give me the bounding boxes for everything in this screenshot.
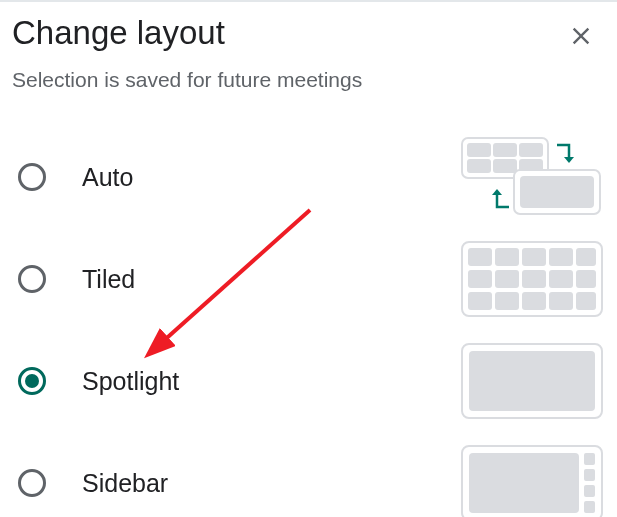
radio-sidebar[interactable] [18,469,46,497]
dialog-subtitle: Selection is saved for future meetings [12,68,605,92]
svg-rect-10 [468,248,492,266]
preview-spotlight-icon [461,343,603,419]
svg-rect-31 [584,485,595,497]
close-icon [567,22,595,50]
option-label: Sidebar [82,469,461,498]
svg-rect-20 [468,292,492,310]
svg-rect-28 [469,453,579,513]
dialog-title: Change layout [12,14,225,52]
preview-auto-icon [461,137,603,217]
radio-auto[interactable] [18,163,46,191]
radio-spotlight[interactable] [18,367,46,395]
preview-tiled-icon [461,241,603,317]
layout-options: Auto [12,126,605,517]
svg-rect-23 [549,292,573,310]
option-sidebar[interactable]: Sidebar [12,432,605,517]
svg-rect-24 [576,292,596,310]
svg-rect-14 [576,248,596,266]
svg-rect-4 [467,159,491,173]
svg-rect-8 [520,176,594,208]
dialog-header: Change layout [12,14,605,60]
radio-dot-icon [25,374,39,388]
svg-rect-32 [584,501,595,513]
svg-rect-22 [522,292,546,310]
svg-rect-26 [469,351,595,411]
option-label: Auto [82,163,461,192]
svg-rect-16 [495,270,519,288]
svg-rect-11 [495,248,519,266]
svg-rect-1 [467,143,491,157]
svg-rect-29 [584,453,595,465]
change-layout-dialog: Change layout Selection is saved for fut… [0,2,617,517]
svg-rect-30 [584,469,595,481]
close-button[interactable] [557,12,605,60]
option-label: Tiled [82,265,461,294]
preview-sidebar-icon [461,445,603,517]
svg-rect-15 [468,270,492,288]
svg-rect-19 [576,270,596,288]
svg-rect-17 [522,270,546,288]
svg-rect-18 [549,270,573,288]
radio-tiled[interactable] [18,265,46,293]
option-auto[interactable]: Auto [12,126,605,228]
option-label: Spotlight [82,367,461,396]
svg-rect-3 [519,143,543,157]
svg-rect-12 [522,248,546,266]
option-spotlight[interactable]: Spotlight [12,330,605,432]
svg-rect-5 [493,159,517,173]
option-tiled[interactable]: Tiled [12,228,605,330]
svg-rect-2 [493,143,517,157]
svg-rect-21 [495,292,519,310]
svg-rect-13 [549,248,573,266]
